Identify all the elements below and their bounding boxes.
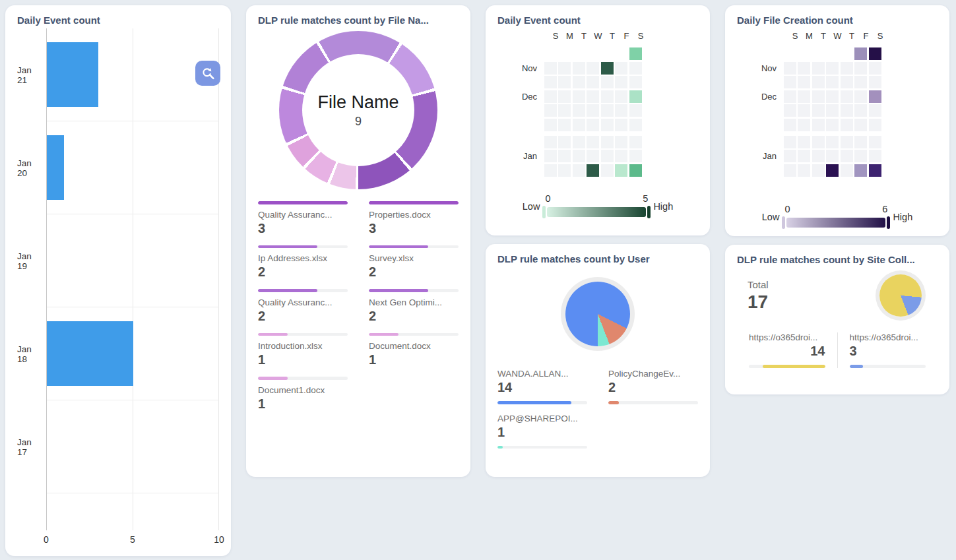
heatmap-cell[interactable] <box>615 119 627 131</box>
heatmap-cell[interactable] <box>558 76 571 88</box>
heatmap-cell[interactable] <box>826 47 839 60</box>
heatmap-cell[interactable] <box>798 150 810 162</box>
heatmap-cell[interactable] <box>558 62 571 75</box>
heatmap-cell[interactable] <box>784 90 796 103</box>
heatmap-cell[interactable] <box>573 104 585 117</box>
heatmap-cell[interactable] <box>841 119 853 131</box>
heatmap-cell[interactable] <box>854 62 867 75</box>
heatmap-cell[interactable] <box>601 164 614 177</box>
heatmap-cell[interactable] <box>601 76 614 88</box>
zoom-reset-button[interactable] <box>195 61 220 86</box>
heatmap-cell[interactable] <box>544 136 557 148</box>
heatmap-cell[interactable] <box>629 104 642 117</box>
heatmap-cell[interactable] <box>784 150 796 162</box>
heatmap-cell[interactable] <box>812 104 825 117</box>
heatmap-cell[interactable] <box>798 90 810 103</box>
heatmap-cell[interactable] <box>544 62 557 75</box>
heatmap-cell[interactable] <box>869 150 881 162</box>
heatmap-cell[interactable] <box>601 150 614 162</box>
heatmap-cell[interactable] <box>573 62 585 75</box>
heatmap-cell[interactable] <box>869 90 881 103</box>
heatmap-cell[interactable] <box>869 104 881 117</box>
heatmap-cell[interactable] <box>544 150 557 162</box>
heatmap-cell[interactable] <box>587 136 599 148</box>
user-pie-chart[interactable] <box>565 282 630 346</box>
heatmap-cell[interactable] <box>544 76 557 88</box>
heatmap-cell[interactable] <box>629 164 642 177</box>
heatmap-cell[interactable] <box>869 136 881 148</box>
heatmap-cell[interactable] <box>615 90 627 103</box>
heatmap-cell[interactable] <box>615 104 627 117</box>
heatmap-cell[interactable] <box>812 119 825 131</box>
heatmap-cell[interactable] <box>826 164 839 177</box>
heatmap-cell[interactable] <box>544 104 557 117</box>
heatmap-cell[interactable] <box>784 47 796 60</box>
heatmap-cell[interactable] <box>587 104 599 117</box>
heatmap-cell[interactable] <box>573 76 585 88</box>
heatmap-cell[interactable] <box>573 150 585 162</box>
heatmap-cell[interactable] <box>573 164 585 177</box>
heatmap-cell[interactable] <box>869 62 881 75</box>
heatmap-cell[interactable] <box>812 76 825 88</box>
heatmap-cell[interactable] <box>841 76 853 88</box>
heatmap-cell[interactable] <box>812 150 825 162</box>
heatmap-cell[interactable] <box>841 164 853 177</box>
bar[interactable] <box>47 42 98 107</box>
heatmap-cell[interactable] <box>615 136 627 148</box>
heatmap-cell[interactable] <box>841 62 853 75</box>
heatmap-cell[interactable] <box>615 164 627 177</box>
heatmap-cell[interactable] <box>854 76 867 88</box>
heatmap-cell[interactable] <box>812 62 825 75</box>
heatmap-cell[interactable] <box>841 90 853 103</box>
heatmap-cell[interactable] <box>798 76 810 88</box>
heatmap-cell[interactable] <box>601 104 614 117</box>
bar[interactable] <box>47 321 133 386</box>
heatmap-cell[interactable] <box>826 90 839 103</box>
heatmap-cell[interactable] <box>601 62 614 75</box>
heatmap-cell[interactable] <box>841 104 853 117</box>
bar[interactable] <box>47 135 64 200</box>
heatmap-cell[interactable] <box>784 164 796 177</box>
heatmap-cell[interactable] <box>573 136 585 148</box>
heatmap-cell[interactable] <box>587 90 599 103</box>
heatmap-cell[interactable] <box>615 76 627 88</box>
heatmap-cell[interactable] <box>629 76 642 88</box>
heatmap-cell[interactable] <box>558 136 571 148</box>
heatmap-cell[interactable] <box>854 119 867 131</box>
heatmap-cell[interactable] <box>798 119 810 131</box>
heatmap-cell[interactable] <box>615 47 627 60</box>
heatmap-cell[interactable] <box>558 150 571 162</box>
heatmap-cell[interactable] <box>573 119 585 131</box>
heatmap-cell[interactable] <box>784 76 796 88</box>
heatmap-cell[interactable] <box>558 47 571 60</box>
heatmap-cell[interactable] <box>784 119 796 131</box>
heatmap-cell[interactable] <box>826 136 839 148</box>
heatmap-cell[interactable] <box>826 62 839 75</box>
heatmap-cell[interactable] <box>869 164 881 177</box>
heatmap-cell[interactable] <box>544 119 557 131</box>
heatmap-cell[interactable] <box>601 47 614 60</box>
heatmap-cell[interactable] <box>812 47 825 60</box>
heatmap-cell[interactable] <box>558 90 571 103</box>
heatmap-cell[interactable] <box>615 62 627 75</box>
heatmap-cell[interactable] <box>601 119 614 131</box>
heatmap-cell[interactable] <box>544 164 557 177</box>
heatmap-cell[interactable] <box>544 90 557 103</box>
heatmap-cell[interactable] <box>841 47 853 60</box>
heatmap-cell[interactable] <box>587 62 599 75</box>
bar-plot[interactable] <box>46 28 219 530</box>
heatmap-cell[interactable] <box>869 47 881 60</box>
heatmap-cell[interactable] <box>601 90 614 103</box>
heatmap-cell[interactable] <box>573 90 585 103</box>
heatmap-cell[interactable] <box>869 119 881 131</box>
heatmap-cell[interactable] <box>587 47 599 60</box>
heatmap-cell[interactable] <box>826 150 839 162</box>
heatmap-cell[interactable] <box>854 47 867 60</box>
heatmap-cell[interactable] <box>798 62 810 75</box>
heatmap-cell[interactable] <box>798 47 810 60</box>
heatmap-cell[interactable] <box>869 76 881 88</box>
heatmap-cell[interactable] <box>587 150 599 162</box>
heatmap-cell[interactable] <box>826 76 839 88</box>
site-pie-chart[interactable] <box>879 274 922 317</box>
heatmap-cell[interactable] <box>812 90 825 103</box>
